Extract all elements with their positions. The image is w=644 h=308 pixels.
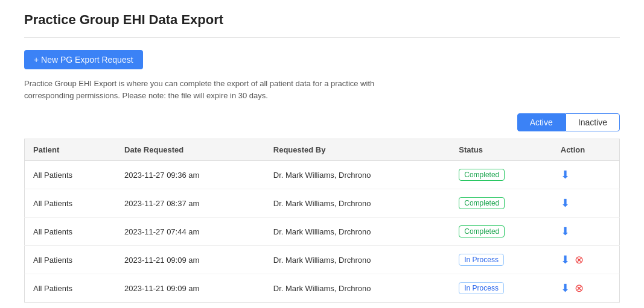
cell-status: Completed: [450, 189, 552, 218]
active-toggle[interactable]: Active: [517, 113, 566, 131]
table-row: All Patients 2023-11-21 09:09 am Dr. Mar…: [25, 274, 620, 303]
export-table: Patient Date Requested Requested By Stat…: [24, 139, 620, 303]
cell-requested-by: Dr. Mark Williams, Drchrono: [265, 218, 450, 246]
table-row: All Patients 2023-11-27 07:44 am Dr. Mar…: [25, 218, 620, 246]
cell-status: In Process: [450, 274, 552, 303]
cell-patient: All Patients: [25, 274, 116, 303]
cell-requested-by: Dr. Mark Williams, Drchrono: [265, 189, 450, 218]
cell-action: ⬇: [552, 189, 620, 218]
cell-action: ⬇: [552, 218, 620, 246]
action-cell: ⬇ ⊗: [561, 253, 611, 266]
cell-date: 2023-11-27 07:44 am: [116, 218, 265, 246]
cell-date: 2023-11-27 08:37 am: [116, 189, 265, 218]
page-title: Practice Group EHI Data Export: [24, 12, 620, 28]
col-date-requested: Date Requested: [116, 139, 265, 161]
new-export-button[interactable]: + New PG Export Request: [24, 50, 143, 69]
cell-status: Completed: [450, 218, 552, 246]
action-cell: ⬇ ⊗: [561, 281, 611, 295]
cell-date: 2023-11-21 09:09 am: [116, 274, 265, 303]
col-status: Status: [450, 139, 552, 161]
page-description: Practice Group EHI Export is where you c…: [24, 78, 410, 101]
download-icon[interactable]: ⬇: [561, 225, 570, 238]
status-badge: Completed: [459, 225, 505, 237]
download-icon[interactable]: ⬇: [561, 168, 570, 181]
status-badge: In Process: [459, 254, 504, 266]
action-cell: ⬇: [561, 225, 611, 238]
table-row: All Patients 2023-11-27 09:36 am Dr. Mar…: [25, 161, 620, 189]
table-row: All Patients 2023-11-21 09:09 am Dr. Mar…: [25, 246, 620, 274]
cell-patient: All Patients: [25, 189, 116, 218]
table-body: All Patients 2023-11-27 09:36 am Dr. Mar…: [25, 161, 620, 303]
cell-date: 2023-11-27 09:36 am: [116, 161, 265, 189]
cell-date: 2023-11-21 09:09 am: [116, 246, 265, 274]
col-patient: Patient: [25, 139, 116, 161]
cell-requested-by: Dr. Mark Williams, Drchrono: [265, 274, 450, 303]
table-header: Patient Date Requested Requested By Stat…: [25, 139, 620, 161]
cell-requested-by: Dr. Mark Williams, Drchrono: [265, 161, 450, 189]
toggle-group: Active Inactive: [24, 113, 620, 131]
inactive-toggle[interactable]: Inactive: [566, 113, 620, 131]
cell-requested-by: Dr. Mark Williams, Drchrono: [265, 246, 450, 274]
download-icon[interactable]: ⬇: [561, 196, 570, 210]
cell-status: In Process: [450, 246, 552, 274]
cell-patient: All Patients: [25, 161, 116, 189]
download-icon[interactable]: ⬇: [561, 281, 570, 295]
cell-status: Completed: [450, 161, 552, 189]
cell-action: ⬇ ⊗: [552, 246, 620, 274]
table-row: All Patients 2023-11-27 08:37 am Dr. Mar…: [25, 189, 620, 218]
cell-patient: All Patients: [25, 218, 116, 246]
col-requested-by: Requested By: [265, 139, 450, 161]
cell-patient: All Patients: [25, 246, 116, 274]
cancel-icon[interactable]: ⊗: [575, 253, 584, 266]
action-cell: ⬇: [561, 168, 611, 181]
action-cell: ⬇: [561, 196, 611, 210]
col-action: Action: [552, 139, 620, 161]
cancel-icon[interactable]: ⊗: [575, 281, 584, 295]
title-divider: [24, 37, 620, 38]
status-badge: Completed: [459, 197, 505, 209]
cell-action: ⬇: [552, 161, 620, 189]
status-badge: Completed: [459, 169, 505, 181]
download-icon[interactable]: ⬇: [561, 253, 570, 266]
cell-action: ⬇ ⊗: [552, 274, 620, 303]
status-badge: In Process: [459, 282, 504, 294]
